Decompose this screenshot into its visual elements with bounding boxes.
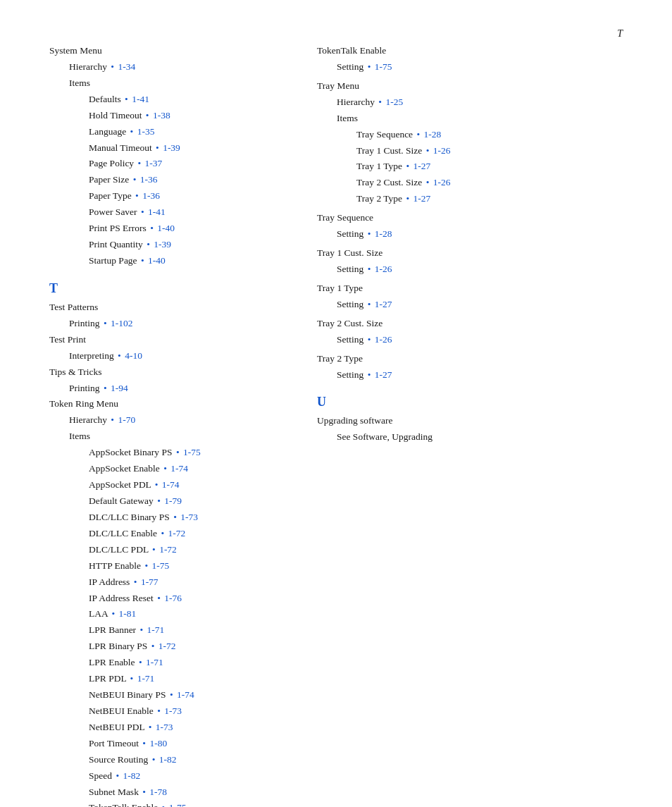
- section-header-t: T: [49, 281, 289, 296]
- group-tray1-type: Tray 1 Type: [317, 281, 623, 296]
- entry-see-software: See Software, Upgrading: [337, 430, 623, 445]
- entry-appsocket-enable: AppSocket Enable • 1-74: [89, 462, 289, 476]
- entry-lpr-binary: LPR Binary PS • 1-72: [89, 639, 289, 654]
- label-items-token: Items: [69, 429, 289, 444]
- bullet: •: [140, 624, 146, 635]
- group-tokentalk: TokenTalk Enable: [317, 44, 623, 58]
- bullet: •: [146, 110, 151, 121]
- bullet: •: [134, 577, 139, 587]
- group-test-print: Test Print: [49, 333, 289, 347]
- bullet: •: [141, 255, 147, 266]
- bullet: •: [111, 61, 116, 72]
- entry-setting-tray2-cust: Setting • 1-26: [337, 333, 623, 347]
- entry-hierarchy-system: Hierarchy • 1-34: [69, 60, 289, 75]
- entry-tray2-cust-item: Tray 2 Cust. Size • 1-26: [356, 175, 623, 190]
- entry-setting-tray-seq: Setting • 1-28: [337, 227, 623, 242]
- entry-power-saver: Power Saver • 1-41: [89, 205, 289, 220]
- entry-laa: LAA • 1-81: [89, 607, 289, 622]
- bullet: •: [368, 299, 373, 309]
- group-token-ring: Token Ring Menu: [49, 397, 289, 412]
- entry-netbeui-binary: NetBEUI Binary PS • 1-74: [89, 688, 289, 703]
- entry-port-timeout: Port Timeout • 1-80: [89, 737, 289, 751]
- bullet: •: [368, 369, 373, 380]
- bullet: •: [133, 174, 139, 185]
- entry-printing-tips: Printing • 1-94: [69, 381, 289, 396]
- entry-paper-size: Paper Size • 1-36: [89, 173, 289, 187]
- bullet: •: [111, 608, 117, 619]
- group-system-menu: System Menu: [49, 44, 289, 58]
- bullet: •: [130, 673, 136, 684]
- bullet: •: [368, 334, 373, 345]
- left-column: System Menu Hierarchy • 1-34 Items Defau…: [49, 42, 289, 807]
- entry-startup-page: Startup Page • 1-40: [89, 254, 289, 269]
- entry-default-gateway: Default Gateway • 1-79: [89, 494, 289, 509]
- entry-http-enable: HTTP Enable • 1-75: [89, 559, 289, 574]
- entry-setting-tray2-type: Setting • 1-27: [337, 368, 623, 383]
- entry-netbeui-pdl: NetBEUI PDL • 1-73: [89, 720, 289, 735]
- group-tray-sequence: Tray Sequence: [317, 211, 623, 226]
- bullet: •: [142, 787, 148, 797]
- bullet: •: [170, 689, 175, 700]
- label-items-system: Items: [69, 76, 289, 91]
- group-tips-tricks: Tips & Tricks: [49, 365, 289, 380]
- bullet: •: [417, 129, 423, 140]
- section-header-u: U: [317, 395, 623, 409]
- entry-subnet-mask: Subnet Mask • 1-78: [89, 785, 289, 800]
- bullet: •: [155, 479, 161, 490]
- entry-paper-type: Paper Type • 1-36: [89, 189, 289, 204]
- label-system-menu: System Menu: [49, 45, 102, 56]
- entry-source-routing: Source Routing • 1-82: [89, 753, 289, 768]
- entry-ip-address-reset: IP Address Reset • 1-76: [89, 591, 289, 606]
- right-column: TokenTalk Enable Setting • 1-75 Tray Men…: [317, 42, 623, 807]
- group-tray1-cust: Tray 1 Cust. Size: [317, 246, 623, 261]
- group-tray2-type: Tray 2 Type: [317, 352, 623, 366]
- bullet: •: [156, 142, 161, 153]
- bullet: •: [152, 754, 158, 765]
- entry-lpr-pdl: LPR PDL • 1-71: [89, 672, 289, 686]
- bullet: •: [139, 657, 144, 667]
- entry-interpreting: Interpreting • 4-10: [69, 349, 289, 364]
- bullet: •: [406, 193, 411, 204]
- bullet: •: [138, 158, 144, 168]
- bullet: •: [173, 512, 179, 522]
- bullet: •: [149, 722, 154, 732]
- group-test-patterns: Test Patterns: [49, 300, 289, 315]
- entry-dlc-pdl: DLC/LLC PDL • 1-72: [89, 543, 289, 557]
- bullet: •: [163, 463, 169, 474]
- entry-defaults: Defaults • 1-41: [89, 92, 289, 107]
- entry-tray1-type-item: Tray 1 Type • 1-27: [356, 159, 623, 174]
- bullet: •: [125, 94, 130, 104]
- entry-tokentalk-enable-token: TokenTalk Enable • 1-75: [89, 801, 289, 807]
- entry-tray-sequence-item: Tray Sequence • 1-28: [356, 128, 623, 142]
- bullet: •: [130, 126, 136, 137]
- bullet: •: [151, 641, 157, 651]
- group-tray2-cust: Tray 2 Cust. Size: [317, 316, 623, 331]
- bullet: •: [368, 228, 373, 239]
- bullet: •: [142, 738, 148, 749]
- entry-page-policy: Page Policy • 1-37: [89, 156, 289, 171]
- group-upgrading: Upgrading software: [317, 414, 623, 429]
- entry-setting-tokentalk: Setting • 1-75: [337, 60, 623, 75]
- entry-hierarchy-token: Hierarchy • 1-70: [69, 413, 289, 428]
- entry-appsocket-binary: AppSocket Binary PS • 1-75: [89, 445, 289, 460]
- entry-language: Language • 1-35: [89, 125, 289, 140]
- bullet: •: [406, 161, 411, 171]
- bullet: •: [157, 593, 163, 603]
- entry-ip-address: IP Address • 1-77: [89, 575, 289, 590]
- entry-netbeui-enable: NetBEUI Enable • 1-73: [89, 704, 289, 719]
- bullet: •: [368, 264, 373, 274]
- label-hierarchy: Hierarchy: [69, 61, 107, 72]
- bullet: •: [161, 528, 166, 538]
- bullet: •: [176, 447, 182, 457]
- entry-setting-tray1-type: Setting • 1-27: [337, 297, 623, 312]
- entry-printing-test: Printing • 1-102: [69, 316, 289, 331]
- bullet: •: [141, 207, 147, 217]
- bullet: •: [135, 190, 141, 201]
- bullet: •: [150, 223, 156, 233]
- bullet: •: [426, 177, 432, 187]
- bullet: •: [157, 495, 163, 506]
- entry-speed: Speed • 1-82: [89, 769, 289, 784]
- ref-hierarchy[interactable]: 1-34: [118, 61, 135, 72]
- entry-tray1-cust-item: Tray 1 Cust. Size • 1-26: [356, 144, 623, 159]
- entry-appsocket-pdl: AppSocket PDL • 1-74: [89, 478, 289, 493]
